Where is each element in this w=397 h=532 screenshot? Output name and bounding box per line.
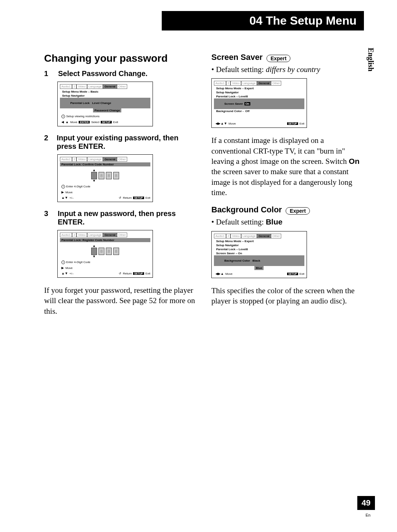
step-title: Input your existing password, then press… bbox=[57, 134, 197, 151]
hint-line: iEnter 4-Digit Code bbox=[60, 260, 150, 264]
chapter-title: The Setup Menu bbox=[266, 14, 357, 27]
up-down-arrow-icon: ▲▼ bbox=[61, 272, 68, 275]
menu-bg: Background Color - Off bbox=[214, 109, 304, 113]
confirm-code-title: Parental Lock: Confirm Code Number bbox=[60, 162, 150, 166]
menu-on: On bbox=[244, 102, 250, 105]
tab-language: Language bbox=[87, 84, 103, 89]
menu-tabs: Audio1 2 Video Language General Other bbox=[214, 81, 304, 86]
background-color-body: This specifies the color of the screen w… bbox=[211, 285, 364, 306]
footer-return: Return bbox=[123, 196, 132, 200]
menu-level: Level Change bbox=[92, 101, 111, 105]
tab-2: 2 bbox=[226, 81, 230, 86]
tab-2: 2 bbox=[72, 157, 76, 162]
menu-bg-label: Background Color bbox=[224, 259, 250, 262]
language-tab: English bbox=[366, 48, 375, 71]
menu-blue: Blue bbox=[254, 266, 264, 270]
footer-row: ▶ Move bbox=[60, 266, 150, 270]
footer-setup: SETUP bbox=[287, 273, 298, 275]
footer-exit: Exit bbox=[146, 196, 150, 200]
tab-video: Video bbox=[76, 84, 87, 89]
up-arrow-icon: ▲ bbox=[93, 169, 96, 172]
menu-parental: Parental Lock bbox=[70, 101, 89, 105]
tab-general: General bbox=[257, 234, 271, 238]
digit-box: 8 bbox=[99, 248, 104, 255]
footer-exit: Exit bbox=[146, 272, 150, 275]
down-arrow-icon: ▼ bbox=[93, 255, 96, 258]
down-arrow-icon: ▼ bbox=[93, 179, 96, 183]
register-code-title: Parental Lock: Register Code Number bbox=[60, 238, 150, 242]
footer-row-2: ▲▼ +/– ↺ Return SETUP Exit bbox=[60, 272, 150, 275]
step-number: 3 bbox=[44, 209, 51, 226]
nav-arrows-icon: ◀▶▲▼ bbox=[215, 122, 227, 125]
menu-screen-saver-row: Screen Saver On bbox=[214, 98, 304, 109]
menu-parental: Parental Lock – Level8 bbox=[214, 247, 304, 251]
tab-audio1: Audio1 bbox=[60, 84, 72, 89]
menu-nav: Setup Navigator bbox=[214, 90, 304, 94]
heading-background-color: Background Color bbox=[211, 205, 282, 214]
code-digits: ▲ 8 ▼ 8 8 8 bbox=[60, 169, 150, 183]
footer-select: Select bbox=[91, 121, 99, 124]
tab-other: Other bbox=[117, 233, 127, 237]
step-2: 2 Input your existing password, then pre… bbox=[44, 134, 197, 151]
tab-language: Language bbox=[241, 234, 257, 238]
tab-video: Video bbox=[76, 233, 87, 237]
code-digits: ▲ 8 ▼ 8 8 8 bbox=[60, 244, 150, 258]
footer-enter: ENTER bbox=[79, 121, 90, 123]
screen-saver-heading-row: Screen Saver Expert bbox=[211, 53, 364, 62]
up-arrow-icon: ▲ bbox=[93, 244, 96, 248]
menu-tabs: Audio1 2 Video Language General Other bbox=[60, 157, 150, 162]
footer-row: ◀▶▲▼ Move SETUP Exit bbox=[214, 122, 304, 125]
digit-box: 8 bbox=[91, 248, 97, 255]
tab-video: Video bbox=[230, 81, 241, 86]
footer-row: ◀▶▲ Move SETUP Exit bbox=[214, 272, 304, 276]
menu-parental-row: Parental Lock Level Change bbox=[60, 98, 150, 108]
footer-plusminus: +/– bbox=[69, 196, 74, 200]
footer-move: Move bbox=[65, 191, 73, 194]
background-color-default: Default setting: Blue bbox=[211, 217, 364, 227]
tab-language: Language bbox=[241, 81, 257, 86]
menu-mode: Setup Menu Mode – Expert bbox=[214, 86, 304, 90]
info-icon: i bbox=[61, 185, 65, 188]
footer-move: Move bbox=[229, 122, 236, 125]
tab-audio1: Audio1 bbox=[214, 81, 226, 86]
digit-box: 8 bbox=[106, 172, 112, 179]
menu-parental: Parental Lock – Level8 bbox=[214, 94, 304, 98]
up-arrow-icon: ▲ bbox=[65, 121, 69, 124]
heading-screen-saver: Screen Saver bbox=[211, 53, 262, 62]
on-bold: On bbox=[349, 157, 360, 165]
screenshot-background-color: Audio1 2 Video Language General Other Se… bbox=[211, 231, 307, 278]
return-icon: ↺ bbox=[119, 272, 121, 275]
right-arrow-icon: ▶ bbox=[61, 266, 64, 270]
menu-bg-row: Background Color Black bbox=[214, 255, 304, 266]
footer-setup: SETUP bbox=[133, 197, 144, 199]
heading-changing-password: Changing your password bbox=[44, 53, 197, 64]
tab-2: 2 bbox=[226, 234, 230, 238]
left-arrow-icon: ◀ bbox=[61, 121, 64, 124]
default-value: differs by country bbox=[266, 65, 320, 74]
footer-row: ◀ ▲ Move ENTER Select SETUP Exit bbox=[60, 121, 150, 124]
screenshot-password-change: Audio1 2 Video Language General Other Se… bbox=[57, 82, 153, 126]
screenshot-confirm-code: Audio1 2 Video Language General Other Pa… bbox=[57, 154, 153, 202]
return-icon: ↺ bbox=[119, 196, 121, 200]
step-title: Select Password Change. bbox=[58, 69, 147, 78]
menu-saver-label: Screen Saver bbox=[224, 102, 243, 105]
info-icon: i bbox=[61, 115, 65, 118]
menu-nav: Setup Navigator bbox=[60, 94, 150, 98]
footer-setup: SETUP bbox=[133, 272, 144, 275]
hint-line: iEnter 4-Digit Code bbox=[60, 185, 150, 188]
footer-row-2: ▲▼ +/– ↺ Return SETUP Exit bbox=[60, 196, 150, 200]
footer-plusminus: +/– bbox=[69, 272, 74, 275]
default-value: Blue bbox=[266, 218, 283, 226]
tab-other: Other bbox=[271, 234, 281, 238]
footer-exit: Exit bbox=[113, 121, 118, 124]
menu-nav: Setup Navigator bbox=[214, 243, 304, 247]
expert-badge: Expert bbox=[286, 207, 310, 215]
screen-saver-body: If a constant image is displayed on a co… bbox=[211, 135, 364, 198]
footer-move: Move bbox=[225, 272, 233, 276]
footer-move: Move bbox=[70, 121, 78, 124]
menu-mode: Setup Menu Mode – Expert bbox=[214, 239, 304, 243]
screenshot-register-code: Audio1 2 Video Language General Other Pa… bbox=[57, 230, 153, 278]
tab-2: 2 bbox=[72, 84, 76, 89]
tab-general: General bbox=[103, 233, 117, 237]
right-arrow-icon: ▶ bbox=[61, 191, 64, 194]
